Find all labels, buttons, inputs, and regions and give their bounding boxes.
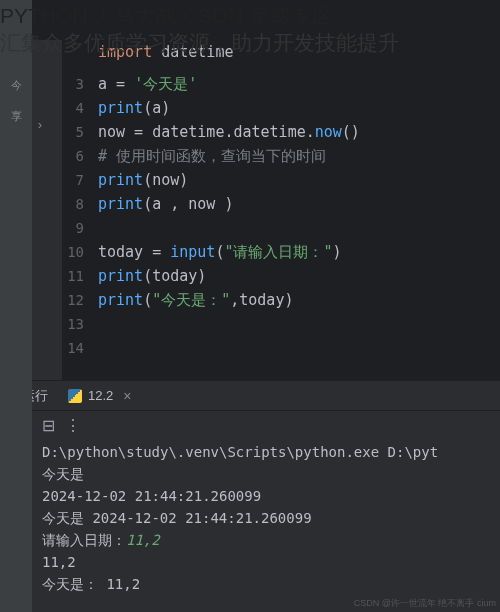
- run-panel: 运行 12.2 × ↑ ↓ ⇶ ⤓ 🗑 ⊟ ⋮ D:\python\study\…: [0, 380, 500, 612]
- console-line: 今天是: [42, 463, 492, 485]
- run-tabs: 运行 12.2 ×: [0, 381, 500, 411]
- sidebar-item-2[interactable]: 享: [0, 101, 32, 132]
- code-lines: import datetime 3a = '今天是' 4print(a) 5no…: [62, 40, 500, 360]
- tab-name: 12.2: [88, 388, 113, 403]
- python-icon: [68, 389, 82, 403]
- editor-gutter: [32, 40, 62, 380]
- close-icon[interactable]: ×: [123, 388, 131, 404]
- console-more-icon[interactable]: ⋮: [65, 416, 81, 435]
- console-toolbar: ⊟ ⋮: [34, 413, 500, 437]
- console-line: 请输入日期：11,2: [42, 529, 492, 551]
- console-line: 2024-12-02 21:44:21.260099: [42, 485, 492, 507]
- console-line: 11,2: [42, 551, 492, 573]
- collapse-icon[interactable]: ›: [38, 118, 42, 132]
- watermark: CSDN @许一世流年 绝不离手 cium: [354, 597, 496, 610]
- console-line: 今天是 2024-12-02 21:44:21.260099: [42, 507, 492, 529]
- left-sidebar: 今 享: [0, 0, 32, 612]
- run-tab[interactable]: 12.2 ×: [60, 388, 140, 404]
- console-path: D:\python\study\.venv\Scripts\python.exe…: [42, 441, 492, 463]
- console-layout-icon[interactable]: ⊟: [42, 416, 55, 435]
- sidebar-item-1[interactable]: 今: [0, 70, 32, 101]
- console-output[interactable]: D:\python\study\.venv\Scripts\python.exe…: [34, 437, 500, 612]
- console-line: 今天是： 11,2: [42, 573, 492, 595]
